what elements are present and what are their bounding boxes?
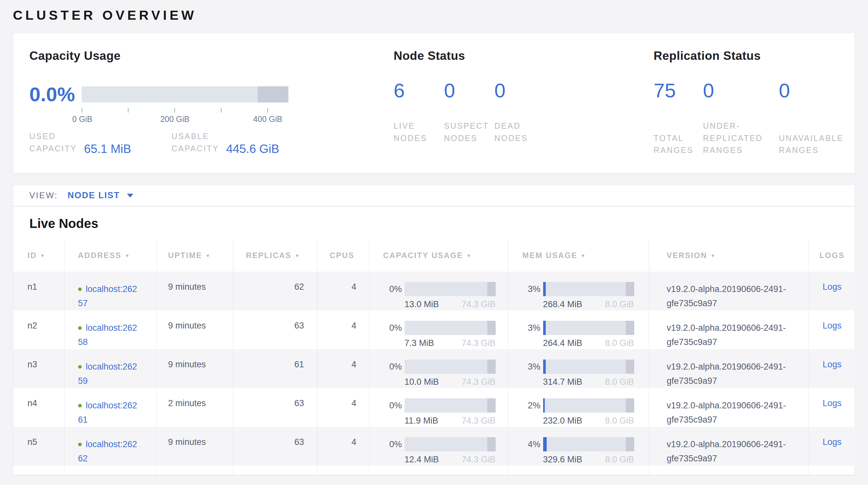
logs-link[interactable]: Logs bbox=[823, 437, 841, 447]
page-title: CLUSTER OVERVIEW bbox=[13, 0, 855, 23]
mem-used-value: 329.6 MiB bbox=[543, 455, 583, 465]
node-address-link[interactable]: localhost:26258 bbox=[78, 323, 137, 347]
node-table-row: n3 localhost:26259 9 minutes 61 4 0% 10.… bbox=[13, 349, 856, 388]
chevron-down-icon[interactable] bbox=[127, 194, 133, 198]
live-nodes-label: LIVE NODES bbox=[394, 120, 444, 144]
mem-percent-label: 2% bbox=[508, 401, 540, 411]
sort-arrow-icon: ▼ bbox=[466, 253, 472, 258]
node-capacity-usage-cell: 0% 10.0 MiB 74.3 GiB bbox=[369, 349, 508, 388]
node-capacity-usage-cell: 0% 7.3 MiB 74.3 GiB bbox=[369, 310, 508, 349]
node-uptime-cell: 9 minutes bbox=[156, 310, 233, 349]
capacity-percent: 0.0% bbox=[29, 83, 82, 106]
column-header-replicas[interactable]: REPLICAS▼ bbox=[233, 239, 317, 272]
axis-tick bbox=[175, 108, 175, 113]
node-logs-cell: Logs bbox=[809, 427, 856, 465]
capacity-percent-label: 0% bbox=[370, 439, 402, 450]
node-address-cell: localhost:26262 bbox=[64, 427, 156, 465]
logs-link[interactable]: Logs bbox=[823, 321, 841, 331]
capacity-other-segment bbox=[487, 360, 495, 374]
logs-link[interactable]: Logs bbox=[823, 360, 841, 369]
node-table-row: n4 localhost:26261 2 minutes 63 4 0% 11.… bbox=[13, 388, 856, 427]
node-cpus-cell: 4 bbox=[317, 349, 369, 388]
node-mem-usage-cell: 3% 268.4 MiB 8.0 GiB bbox=[508, 272, 649, 310]
capacity-total-value: 74.3 GiB bbox=[461, 299, 495, 309]
node-uptime-cell: 2 minutes bbox=[156, 388, 233, 427]
logs-link[interactable]: Logs bbox=[823, 282, 841, 292]
node-mem-usage-cell: 2% 232.0 MiB 8.0 GiB bbox=[508, 388, 649, 427]
suspect-nodes-label: SUSPECT NODES bbox=[444, 120, 494, 144]
capacity-used-value: 7.3 MiB bbox=[405, 338, 434, 348]
mem-used-fill bbox=[543, 321, 546, 335]
mem-percent-label: 3% bbox=[508, 284, 540, 294]
suspect-nodes-count: 0 bbox=[444, 79, 494, 102]
axis-label-0: 0 GiB bbox=[72, 114, 93, 124]
view-label: VIEW: bbox=[29, 191, 58, 200]
used-capacity-label: USED CAPACITY bbox=[29, 130, 77, 154]
capacity-percent-label: 0% bbox=[370, 284, 402, 294]
column-header-address[interactable]: ADDRESS▼ bbox=[64, 239, 156, 272]
node-version-cell: v19.2.0-alpha.20190606-2491-gfe735c9a97 bbox=[649, 310, 809, 349]
node-address-cell: localhost:26261 bbox=[64, 388, 156, 427]
unavailable-count: 0 bbox=[779, 79, 790, 102]
column-header-uptime[interactable]: UPTIME▼ bbox=[156, 239, 233, 272]
node-logs-cell: Logs bbox=[809, 349, 856, 388]
logs-link[interactable]: Logs bbox=[823, 398, 841, 408]
node-version-cell: v19.2.0-alpha.20190606-2491-gfe735c9a97 bbox=[649, 427, 809, 465]
view-dropdown[interactable]: NODE LIST bbox=[67, 191, 120, 200]
node-replicas-cell: 62 bbox=[233, 272, 317, 310]
mem-other-segment bbox=[626, 398, 634, 412]
usable-capacity-value: 445.6 GiB bbox=[226, 142, 279, 156]
sort-arrow-icon: ▼ bbox=[710, 253, 716, 258]
mem-used-value: 268.4 MiB bbox=[543, 299, 583, 309]
axis-label-200: 200 GiB bbox=[160, 114, 189, 124]
capacity-other-segment bbox=[487, 321, 495, 335]
mem-usage-bar bbox=[543, 437, 634, 451]
node-address-link[interactable]: localhost:26257 bbox=[78, 284, 137, 308]
capacity-percent-label: 0% bbox=[370, 362, 402, 372]
capacity-percent-label: 0% bbox=[370, 323, 402, 333]
capacity-percent-label: 0% bbox=[370, 401, 402, 411]
column-header-id[interactable]: ID▼ bbox=[13, 239, 64, 272]
column-header-capacity-usage[interactable]: CAPACITY USAGE▼ bbox=[369, 239, 508, 272]
node-version-cell: v19.2.0-alpha.20190606-2491-gfe735c9a97 bbox=[649, 349, 809, 388]
node-address-cell: localhost:26258 bbox=[64, 310, 156, 349]
node-version-cell: v19.2.0-alpha.20190606-2491-gfe735c9a97 bbox=[649, 388, 809, 427]
column-header-version[interactable]: VERSION▼ bbox=[649, 239, 809, 272]
node-table-row: n1 localhost:26257 9 minutes 62 4 0% 13.… bbox=[13, 272, 856, 310]
live-nodes-table: ID▼ ADDRESS▼ UPTIME▼ REPLICAS▼ CPUS CAPA… bbox=[13, 239, 856, 475]
node-address-link[interactable]: localhost:26259 bbox=[78, 362, 137, 386]
node-id-cell: n4 bbox=[13, 388, 64, 427]
node-mem-usage-cell: 4% 329.6 MiB 8.0 GiB bbox=[508, 427, 649, 465]
capacity-other-segment bbox=[487, 398, 495, 412]
node-address-link[interactable]: localhost:26262 bbox=[78, 439, 137, 463]
live-nodes-title: Live Nodes bbox=[13, 216, 855, 231]
mem-total-value: 8.0 GiB bbox=[605, 416, 634, 426]
column-header-mem-usage[interactable]: MEM USAGE▼ bbox=[508, 239, 649, 272]
node-replicas-cell: 63 bbox=[233, 388, 317, 427]
live-nodes-count: 6 bbox=[394, 79, 444, 102]
column-header-logs: LOGS bbox=[809, 239, 856, 272]
capacity-used-value: 11.9 MiB bbox=[405, 416, 438, 426]
capacity-total-value: 74.3 GiB bbox=[461, 416, 495, 426]
node-address-link[interactable]: localhost:26261 bbox=[78, 401, 137, 425]
node-logs-cell: Logs bbox=[809, 388, 856, 427]
replication-status-title: Replication Status bbox=[654, 49, 843, 63]
mem-usage-bar bbox=[543, 360, 634, 374]
mem-used-value: 232.0 MiB bbox=[543, 416, 583, 426]
live-status-dot-icon bbox=[78, 287, 82, 291]
mem-total-value: 8.0 GiB bbox=[605, 299, 634, 309]
node-logs-cell: Logs bbox=[809, 310, 856, 349]
node-capacity-usage-cell: 0% 11.9 MiB 74.3 GiB bbox=[369, 388, 508, 427]
mem-usage-bar bbox=[543, 321, 634, 335]
node-address-cell: localhost:26257 bbox=[64, 272, 156, 310]
mem-other-segment bbox=[626, 282, 634, 296]
node-status-section: Node Status 6 0 0 LIVE NODES SUSPECT NOD… bbox=[394, 49, 654, 173]
used-capacity-value: 65.1 MiB bbox=[84, 142, 131, 156]
node-uptime-cell: 9 minutes bbox=[156, 427, 233, 465]
capacity-usage-bar bbox=[405, 321, 496, 335]
sort-arrow-icon: ▼ bbox=[206, 253, 211, 258]
mem-percent-label: 4% bbox=[508, 439, 540, 450]
capacity-gauge-free-segment bbox=[82, 86, 258, 103]
capacity-used-value: 10.0 MiB bbox=[405, 377, 439, 387]
sort-arrow-icon: ▼ bbox=[581, 253, 586, 258]
